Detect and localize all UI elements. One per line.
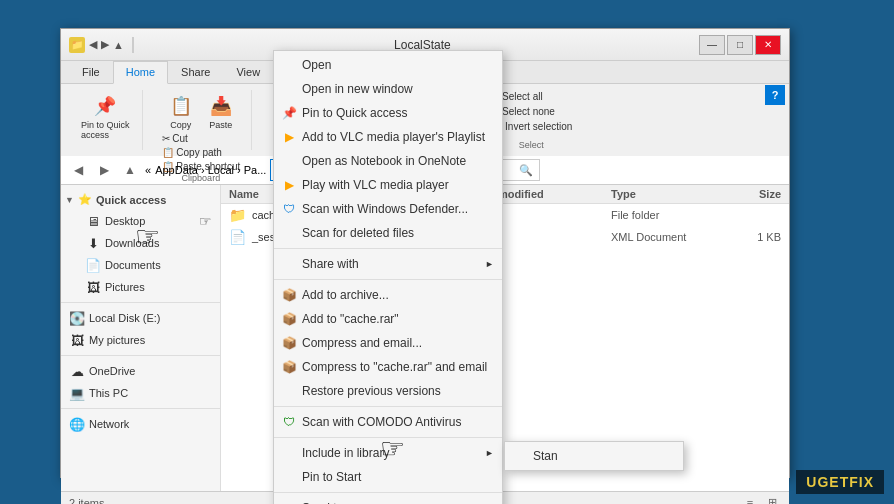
menu-pin-start[interactable]: Pin to Start [274,465,502,489]
menu-vlc-play-label: Play with VLC media player [302,178,449,192]
context-menu: Open Open in new window 📌 Pin to Quick a… [273,50,503,504]
menu-vlc-playlist[interactable]: ▶ Add to VLC media player's Playlist [274,125,502,149]
my-pictures-icon: 🖼 [69,332,85,348]
status-view-buttons: ≡ ⊞ [741,494,781,505]
menu-vlc-label: Add to VLC media player's Playlist [302,130,485,144]
documents-icon: 📄 [85,257,101,273]
copy-ribbon-button[interactable]: 📋 Copy [163,90,199,132]
menu-comodo-label: Scan with COMODO Antivirus [302,415,461,429]
cache-folder-icon: 📁 [229,207,246,223]
pin-label: Pin to Quickaccess [81,120,130,140]
sidebar-label-network: Network [89,418,129,430]
sidebar-item-this-pc[interactable]: 💻 This PC [61,382,220,404]
pin-icon: 📌 [91,92,119,120]
sidebar-group-quick-access[interactable]: ▼ ⭐ Quick access [61,189,220,210]
sidebar-item-network[interactable]: 🌐 Network [61,413,220,435]
archive-icon: 📦 [280,286,298,304]
menu-restore-versions[interactable]: Restore previous versions [274,379,502,403]
copy-icon: 📋 [167,92,195,120]
menu-vlc-play[interactable]: ▶ Play with VLC media player [274,173,502,197]
quick-access-arrow: ▼ [65,195,74,205]
folder-title-icon: 📁 [69,37,85,53]
sidebar-item-onedrive[interactable]: ☁ OneDrive [61,360,220,382]
nav-up-btn[interactable]: ▲ [113,39,124,51]
sidebar-label-local-disk: Local Disk (E:) [89,312,161,324]
menu-include-library[interactable]: Include in library ► Stan [274,441,502,465]
menu-restore-label: Restore previous versions [302,384,441,398]
cut-button[interactable]: ✂ Cut [159,132,244,145]
menu-pin-quick-access[interactable]: 📌 Pin to Quick access [274,101,502,125]
details-view-button[interactable]: ≡ [741,494,759,505]
large-icons-view-button[interactable]: ⊞ [763,494,781,505]
sidebar-item-desktop[interactable]: 🖥 Desktop ☞ [61,210,220,232]
sidebar-label-my-pictures: My pictures [89,334,145,346]
menu-share-with[interactable]: Share with ► [274,252,502,276]
sidebar-label-quick-access: Quick access [96,194,166,206]
menu-open-label: Open [302,58,331,72]
minimize-button[interactable]: — [699,35,725,55]
menu-add-archive[interactable]: 📦 Add to archive... [274,283,502,307]
separator-5 [274,492,502,493]
menu-compress-email[interactable]: 📦 Compress and email... [274,331,502,355]
menu-send-to[interactable]: Send to ► [274,496,502,504]
back-button[interactable]: ◀ [67,159,89,181]
menu-scan-deleted[interactable]: Scan for deleted files [274,221,502,245]
session-file-icon: 📄 [229,229,246,245]
menu-onenote-label: Open as Notebook in OneNote [302,154,466,168]
sidebar-item-downloads[interactable]: ⬇ Downloads [61,232,220,254]
menu-open[interactable]: Open [274,53,502,77]
menu-open-new-window[interactable]: Open in new window [274,77,502,101]
up-button[interactable]: ▲ [119,159,141,181]
restore-icon [280,382,298,400]
sidebar-item-pictures[interactable]: 🖼 Pictures [61,276,220,298]
menu-add-archive-label: Add to archive... [302,288,389,302]
maximize-button[interactable]: □ [727,35,753,55]
cache-rar-icon: 📦 [280,310,298,328]
separator-3 [274,406,502,407]
share-arrow-icon: ► [485,259,494,269]
tab-view[interactable]: View [223,61,273,83]
sidebar-label-documents: Documents [105,259,161,271]
close-button[interactable]: ✕ [755,35,781,55]
copy-path-button[interactable]: 📋 Copy path [159,146,244,159]
nav-forward-btn[interactable]: ▶ [101,38,109,51]
help-button[interactable]: ? [765,85,785,105]
tab-file[interactable]: File [69,61,113,83]
menu-pin-label: Pin to Quick access [302,106,407,120]
menu-scan-deleted-label: Scan for deleted files [302,226,414,240]
defender-icon: 🛡 [280,200,298,218]
sidebar-item-documents[interactable]: 📄 Documents [61,254,220,276]
menu-compress-rar-email[interactable]: 📦 Compress to "cache.rar" and email [274,355,502,379]
menu-compress-rar-email-label: Compress to "cache.rar" and email [302,360,487,374]
header-size: Size [711,188,781,200]
submenu-stan[interactable]: Stan [505,444,683,468]
menu-add-cache-rar[interactable]: 📦 Add to "cache.rar" [274,307,502,331]
clipboard-buttons: 📋 Copy 📥 Paste [163,90,239,132]
menu-windows-defender[interactable]: 🛡 Scan with Windows Defender... [274,197,502,221]
sidebar-separator-3 [61,408,220,409]
header-type: Type [611,188,711,200]
include-library-submenu: Stan [504,441,684,471]
sidebar-label-onedrive: OneDrive [89,365,135,377]
this-pc-icon: 💻 [69,385,85,401]
cache-type: File folder [611,209,711,221]
menu-comodo[interactable]: 🛡 Scan with COMODO Antivirus [274,410,502,434]
menu-open-new-window-label: Open in new window [302,82,413,96]
library-arrow-icon: ► [485,448,494,458]
menu-pin-start-label: Pin to Start [302,470,361,484]
ugetfix-text-yellow: FIX [849,474,874,490]
menu-library-label: Include in library [302,446,389,460]
quick-access-btn[interactable]: ◀ [89,38,97,51]
sidebar-item-local-disk[interactable]: 💽 Local Disk (E:) [61,307,220,329]
sidebar-item-my-pictures[interactable]: 🖼 My pictures [61,329,220,351]
tab-share[interactable]: Share [168,61,223,83]
paste-ribbon-button[interactable]: 📥 Paste [203,90,239,132]
pin-quick-access-area: 📌 Pin to Quickaccess [77,90,134,142]
title-controls: — □ ✕ [699,35,781,55]
pin-quick-access-button[interactable]: 📌 Pin to Quickaccess [77,90,134,142]
send-to-icon [280,499,298,504]
menu-onenote[interactable]: Open as Notebook in OneNote [274,149,502,173]
tab-home[interactable]: Home [113,61,168,84]
forward-button[interactable]: ▶ [93,159,115,181]
select-label: Select [519,140,544,150]
